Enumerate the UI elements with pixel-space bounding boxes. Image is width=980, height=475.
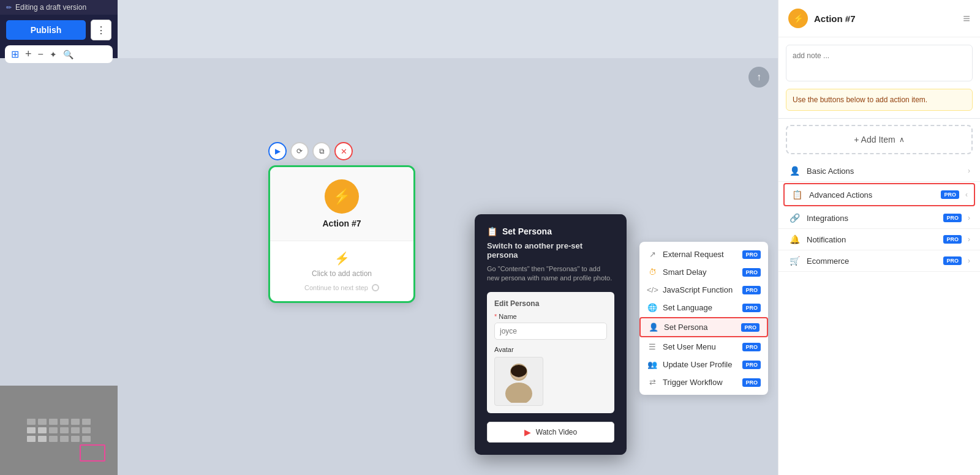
clipboard-icon: 📋 <box>487 226 497 236</box>
grid-icon[interactable]: ⊞ <box>11 48 19 60</box>
continue-row: Continue to next step <box>304 284 379 291</box>
sp-title: Set Persona <box>502 226 552 236</box>
sp-name-input[interactable] <box>494 323 607 340</box>
clock-icon: ⏱ <box>647 267 658 277</box>
more-icon: ⋮ <box>96 24 106 36</box>
minimap-selected <box>80 444 105 462</box>
delete-button[interactable]: ✕ <box>334 142 353 160</box>
action-item-smart-delay[interactable]: ⏱ Smart Delay PRO <box>639 263 768 281</box>
rp-section-ecommerce[interactable]: 🛒 Ecommerce PRO › <box>778 250 980 272</box>
action-item-language[interactable]: 🌐 Set Language PRO <box>639 299 768 316</box>
advanced-section-icon: 📋 <box>791 190 803 200</box>
publish-button[interactable]: Publish <box>6 20 86 40</box>
chevron-up-icon: ∧ <box>899 135 905 144</box>
editing-banner: ✏ Editing a draft version <box>0 0 118 15</box>
svg-point-1 <box>505 383 532 403</box>
sp-header-row: 📋 Set Persona <box>487 226 614 236</box>
trigger-icon: ⇄ <box>647 378 658 387</box>
advanced-pro-badge: PRO <box>941 190 959 199</box>
node-body-icon: ⚡ <box>334 251 350 266</box>
profile-icon: 👥 <box>647 360 658 369</box>
mini-cell <box>27 419 36 425</box>
notification-label: Notification <box>807 235 937 244</box>
right-panel: ⚡ Action #7 ≡ Use the buttons below to a… <box>778 0 980 475</box>
minimap <box>0 386 118 475</box>
mini-cell <box>60 427 69 433</box>
basic-section-label: Basic Actions <box>807 166 962 176</box>
action-item-update-profile[interactable]: 👥 Update User Profile PRO <box>639 356 768 373</box>
advanced-chevron: ‹ <box>965 190 968 199</box>
external-label: External Request <box>663 250 737 259</box>
upload-button[interactable]: ↑ <box>748 67 769 88</box>
youtube-icon: ▶ <box>524 427 531 437</box>
basic-chevron: › <box>968 166 970 175</box>
node-card: ⚡ Action #7 ⚡ Click to add action Contin… <box>268 165 415 303</box>
minimap-grid <box>27 419 91 442</box>
mini-cell <box>82 427 91 433</box>
node-title: Action #7 <box>322 219 361 228</box>
rp-divider <box>778 118 980 119</box>
editing-label: Editing a draft version <box>15 3 86 12</box>
notification-icon: 🔔 <box>788 234 801 244</box>
notification-pro-badge: PRO <box>943 235 962 244</box>
integrations-label: Integrations <box>807 214 937 223</box>
set-persona-popup: 📋 Set Persona Switch to another pre-set … <box>475 214 627 455</box>
node-toolbar: ▶ ⟳ ⧉ ✕ <box>268 142 353 160</box>
action-item-js[interactable]: </> JavaScript Function PRO <box>639 281 768 299</box>
copy-button[interactable]: ⧉ <box>312 142 331 160</box>
menu-icon: ☰ <box>647 342 658 351</box>
more-options-button[interactable]: ⋮ <box>91 20 111 40</box>
js-pro-badge: PRO <box>742 286 761 294</box>
rp-section-advanced[interactable]: 📋 Advanced Actions PRO ‹ <box>783 183 975 206</box>
js-label: JavaScript Function <box>663 285 737 294</box>
update-profile-pro-badge: PRO <box>742 361 761 369</box>
link-button[interactable]: ⟳ <box>290 142 309 160</box>
action-item-set-persona[interactable]: 👤 Set Persona PRO <box>639 317 768 337</box>
play-button[interactable]: ▶ <box>268 142 287 160</box>
trigger-pro-badge: PRO <box>742 378 761 387</box>
sp-avatar-img <box>494 357 543 406</box>
search-icon[interactable]: 🔍 <box>63 50 74 59</box>
rp-menu-button[interactable]: ≡ <box>963 12 970 26</box>
action-item-external[interactable]: ↗ External Request PRO <box>639 245 768 263</box>
user-menu-label: Set User Menu <box>663 342 737 351</box>
action-item-trigger[interactable]: ⇄ Trigger Workflow PRO <box>639 373 768 391</box>
rp-section-notification[interactable]: 🔔 Notification PRO › <box>778 229 980 250</box>
mini-cell <box>49 427 58 433</box>
add-icon[interactable]: + <box>25 48 32 61</box>
rp-sections: 👤 Basic Actions › 📋 Advanced Actions PRO… <box>778 160 980 272</box>
watch-video-button[interactable]: ▶ Watch Video <box>487 422 614 443</box>
notification-chevron: › <box>968 235 970 244</box>
rp-header: ⚡ Action #7 ≡ <box>778 0 980 37</box>
persona-pro-badge: PRO <box>741 323 760 332</box>
add-action-text: Click to add action <box>312 269 372 278</box>
mini-cell <box>27 427 36 433</box>
sparkle-icon[interactable]: ✦ <box>50 50 57 59</box>
node-body[interactable]: ⚡ Click to add action Continue to next s… <box>270 241 413 301</box>
sp-avatar-label: Avatar <box>494 346 607 353</box>
rp-title: Action #7 <box>814 13 957 24</box>
sp-desc: Go "Contents" then "Personas" to add new… <box>487 264 614 283</box>
integrations-chevron: › <box>968 214 970 222</box>
sp-subtitle: Switch to another pre-set persona <box>487 241 614 260</box>
integrations-pro-badge: PRO <box>943 214 962 222</box>
minus-icon[interactable]: − <box>38 49 43 60</box>
svg-point-5 <box>511 365 527 377</box>
rp-note-area[interactable] <box>786 45 973 81</box>
mini-cell <box>38 436 47 442</box>
actions-dropdown: ↗ External Request PRO ⏱ Smart Delay PRO… <box>639 242 768 395</box>
integrations-icon: 🔗 <box>788 213 801 223</box>
mini-cell <box>71 436 80 442</box>
rp-section-integrations[interactable]: 🔗 Integrations PRO › <box>778 208 980 229</box>
ecommerce-chevron: › <box>968 256 970 265</box>
edit-icon: ✏ <box>6 4 12 12</box>
continue-text: Continue to next step <box>304 284 368 291</box>
add-item-button[interactable]: + Add Item ∧ <box>786 125 973 154</box>
sp-edit-form: Edit Persona * Name Avatar <box>487 292 614 413</box>
sp-form-title: Edit Persona <box>494 299 607 308</box>
rp-section-basic[interactable]: 👤 Basic Actions › <box>778 160 980 182</box>
action-item-user-menu[interactable]: ☰ Set User Menu PRO <box>639 338 768 356</box>
code-icon: </> <box>647 285 658 294</box>
language-icon: 🌐 <box>647 303 658 312</box>
ecommerce-icon: 🛒 <box>788 256 801 266</box>
